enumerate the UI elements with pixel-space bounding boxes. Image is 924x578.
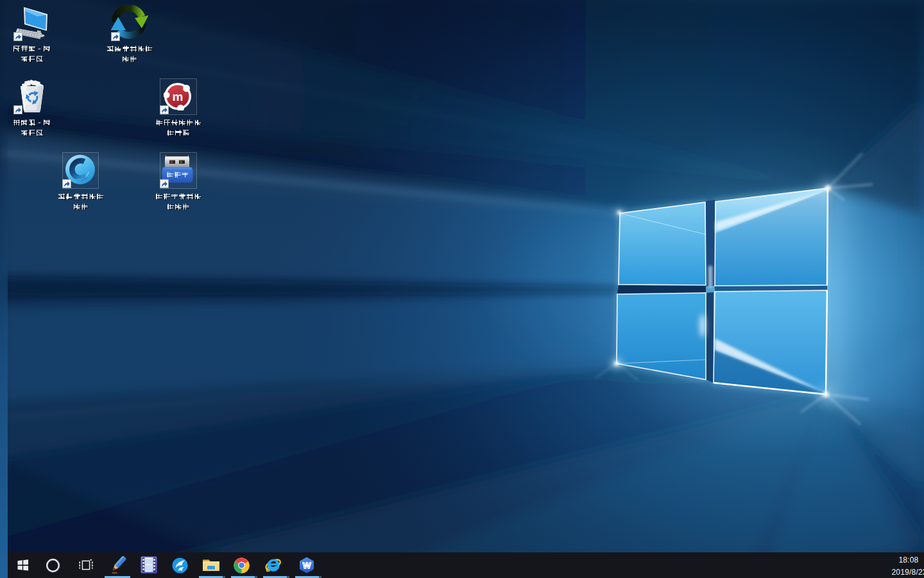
svg-text:W: W (303, 561, 311, 570)
svg-text:m: m (173, 90, 184, 103)
